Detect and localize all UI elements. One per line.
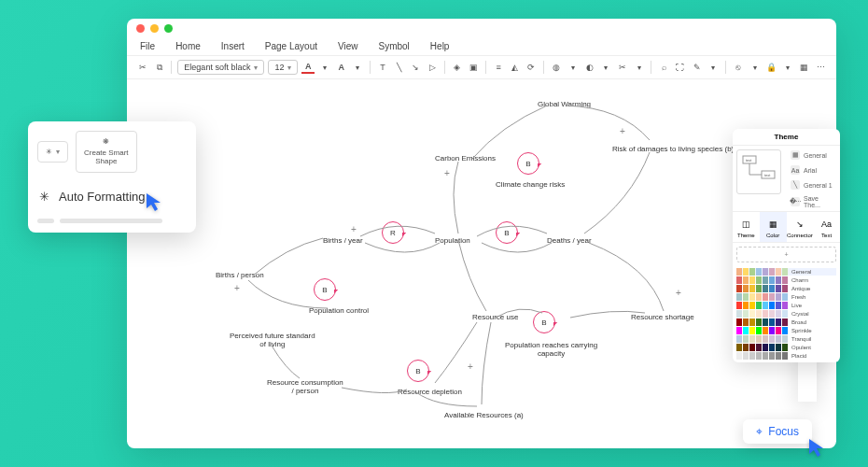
node-pc[interactable]: Population control bbox=[309, 306, 369, 315]
palette-antique[interactable]: Antique bbox=[736, 285, 836, 292]
cut-icon[interactable]: ✂ bbox=[136, 61, 149, 74]
node-ru[interactable]: Resource use bbox=[472, 313, 518, 321]
theme-opt[interactable]: ╲General 1 bbox=[785, 177, 840, 192]
theme-opt[interactable]: AaArial bbox=[785, 163, 840, 177]
theme-opt[interactable]: �···Save The... bbox=[785, 192, 840, 211]
focus-button[interactable]: ⌖ Focus bbox=[743, 419, 812, 444]
node-dy[interactable]: Deaths / year bbox=[547, 236, 592, 245]
tab-theme[interactable]: ◫Theme bbox=[733, 212, 760, 242]
menu-symbol[interactable]: Symbol bbox=[379, 41, 410, 51]
loop-b3: B bbox=[314, 278, 336, 301]
size-select[interactable]: 12▾ bbox=[268, 60, 298, 75]
link-icon[interactable]: ⎋ bbox=[732, 61, 745, 74]
theme-panel: Theme texttext ▦GeneralAaArial╲General 1… bbox=[733, 129, 840, 362]
app-window: FileHomeInsertPage LayoutViewSymbolHelp … bbox=[127, 19, 836, 448]
lock-icon[interactable]: 🔒 bbox=[765, 61, 778, 74]
pointer-tool-icon[interactable]: ▷ bbox=[426, 61, 439, 74]
palette-charm[interactable]: Charm bbox=[736, 276, 836, 284]
palette-crystal[interactable]: Crystal bbox=[736, 310, 836, 318]
toolbar: ✂ ⧉ Elegant soft black▾ 12▾ A ▾ A ▾ T ╲ … bbox=[127, 55, 836, 79]
font-color-icon[interactable]: A bbox=[301, 61, 315, 74]
fill-icon[interactable]: ◍ bbox=[550, 61, 563, 74]
rotate-icon[interactable]: ⟳ bbox=[525, 61, 539, 74]
svg-text:text: text bbox=[746, 158, 752, 163]
node-pfs[interactable]: Perceived future standard of living bbox=[230, 332, 315, 348]
flower-icon: ❋ bbox=[103, 137, 109, 146]
node-risk[interactable]: Risk of damages to living species (b) bbox=[612, 145, 734, 153]
palette-opulent[interactable]: Opulent bbox=[736, 344, 836, 351]
theme-title: Theme bbox=[733, 129, 840, 146]
grid-icon[interactable]: ▦ bbox=[798, 61, 811, 74]
palette-placid[interactable]: Placid bbox=[736, 352, 836, 360]
bold-icon[interactable]: A bbox=[335, 61, 348, 74]
node-ce[interactable]: Carbon Emissions bbox=[435, 154, 496, 163]
menu-help[interactable]: Help bbox=[430, 41, 450, 51]
edit-icon[interactable]: ✎ bbox=[691, 61, 704, 74]
smart-shape-popup: ✳▾ ❋ Create Smart Shape ✳ Auto Formattin… bbox=[28, 121, 196, 233]
add-palette-button[interactable]: + bbox=[736, 247, 836, 262]
close-dot[interactable] bbox=[136, 24, 145, 33]
palette-tranquil[interactable]: Tranquil bbox=[736, 335, 836, 343]
search-icon[interactable]: ⌕ bbox=[657, 61, 670, 74]
more-icon[interactable]: ⋯ bbox=[815, 61, 828, 74]
focus-icon: ⌖ bbox=[756, 425, 763, 438]
copy-icon[interactable]: ⧉ bbox=[153, 61, 166, 74]
node-rd[interactable]: Resource depletion bbox=[398, 388, 462, 396]
cursor-icon bbox=[145, 191, 163, 212]
sparkle-button[interactable]: ✳▾ bbox=[37, 141, 68, 163]
loop-b2: B bbox=[517, 152, 539, 175]
theme-tabs: ◫Theme ▦Color ↘Connector AaText bbox=[733, 211, 840, 243]
triangle-icon[interactable]: ◭ bbox=[509, 61, 522, 74]
node-by[interactable]: Births / year bbox=[323, 236, 363, 245]
svg-text:text: text bbox=[764, 173, 771, 177]
menu-view[interactable]: View bbox=[338, 41, 358, 51]
font-select[interactable]: Elegant soft black▾ bbox=[177, 60, 264, 75]
crop-icon[interactable]: ✂ bbox=[616, 61, 629, 74]
loop-b4: B bbox=[407, 360, 429, 382]
node-pop[interactable]: Population bbox=[435, 236, 470, 245]
create-smart-shape-button[interactable]: ❋ Create Smart Shape bbox=[76, 131, 137, 173]
node-prc[interactable]: Population reaches carrying capacity bbox=[505, 341, 597, 358]
palette-general[interactable]: General bbox=[736, 268, 836, 276]
palette-sprinkle[interactable]: Sprinkle bbox=[736, 327, 836, 334]
sparkle-icon: ✳ bbox=[39, 190, 49, 204]
expand-icon[interactable]: ⛶ bbox=[674, 61, 687, 74]
adjust-icon[interactable]: ◐ bbox=[583, 61, 596, 74]
arcs bbox=[127, 79, 836, 442]
loop-r: R bbox=[382, 221, 404, 244]
align-left-icon[interactable]: ≡ bbox=[492, 61, 505, 74]
text-tool-icon[interactable]: T bbox=[376, 61, 389, 74]
tab-color[interactable]: ▦Color bbox=[760, 212, 787, 242]
group-icon[interactable]: ▣ bbox=[468, 61, 481, 74]
titlebar bbox=[127, 19, 836, 37]
node-gw[interactable]: Global Warming bbox=[538, 100, 591, 108]
menu-home[interactable]: Home bbox=[175, 41, 201, 51]
tab-connector[interactable]: ↘Connector bbox=[787, 212, 814, 242]
loop-b1: B bbox=[496, 221, 518, 244]
theme-opt[interactable]: ▦General bbox=[785, 148, 840, 163]
canvas[interactable]: Global Warming Carbon Emissions Climate … bbox=[127, 79, 836, 442]
max-dot[interactable] bbox=[164, 24, 173, 33]
min-dot[interactable] bbox=[150, 24, 159, 33]
auto-formatting-button[interactable]: ✳ Auto Formatting bbox=[37, 184, 187, 209]
node-bp[interactable]: Births / person bbox=[216, 271, 264, 279]
menu-file[interactable]: File bbox=[140, 41, 155, 51]
palette-broad[interactable]: Broad bbox=[736, 318, 836, 326]
theme-preview[interactable]: texttext bbox=[736, 149, 781, 194]
layers-icon[interactable]: ◈ bbox=[451, 61, 464, 74]
node-rs[interactable]: Resource shortage bbox=[631, 313, 694, 321]
menubar: FileHomeInsertPage LayoutViewSymbolHelp bbox=[127, 37, 836, 55]
sparkle-icon: ✳ bbox=[46, 148, 52, 156]
menu-page-layout[interactable]: Page Layout bbox=[265, 41, 317, 51]
menu-insert[interactable]: Insert bbox=[221, 41, 245, 51]
loop-b5: B bbox=[533, 311, 555, 333]
color-palettes: GeneralCharmAntiqueFreshLiveCrystalBroad… bbox=[733, 266, 840, 362]
node-ar[interactable]: Available Resources (a) bbox=[444, 411, 524, 419]
line-tool-icon[interactable]: ╲ bbox=[393, 61, 406, 74]
connector-tool-icon[interactable]: ↘ bbox=[410, 61, 423, 74]
node-rcp[interactable]: Resource consumption / person bbox=[267, 378, 343, 395]
palette-fresh[interactable]: Fresh bbox=[736, 293, 836, 301]
tab-text[interactable]: AaText bbox=[813, 212, 840, 242]
node-ccr[interactable]: Climate change risks bbox=[496, 180, 565, 189]
palette-live[interactable]: Live bbox=[736, 302, 836, 309]
